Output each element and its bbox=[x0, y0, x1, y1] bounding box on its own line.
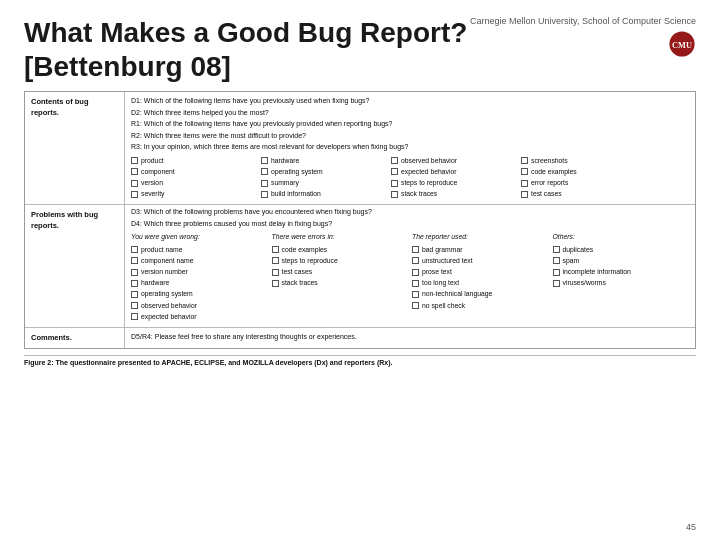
checkbox-col-1: product component version severity bbox=[131, 156, 251, 201]
cb-test-cases: test cases bbox=[521, 189, 641, 199]
cb-product: product bbox=[131, 156, 251, 166]
page-number: 45 bbox=[686, 522, 696, 532]
cb-observed-behavior: observed behavior bbox=[391, 156, 511, 166]
cb-observed-p: observed behavior bbox=[131, 301, 268, 311]
cb-code-examples: code examples bbox=[521, 167, 641, 177]
cb-build-info: build information bbox=[261, 189, 381, 199]
checkbox-icon bbox=[521, 168, 528, 175]
header: What Makes a Good Bug Report? [Bettenbur… bbox=[24, 16, 696, 83]
cb-operating-system: operating system bbox=[261, 167, 381, 177]
problems-grid: You were given wrong: product name compo… bbox=[131, 232, 689, 323]
problems-label: Problems with bug reports. bbox=[25, 205, 125, 327]
cb-severity: severity bbox=[131, 189, 251, 199]
checkbox-icon bbox=[391, 157, 398, 164]
cb-no-spell: no spell check bbox=[412, 301, 549, 311]
checkbox-icon bbox=[412, 302, 419, 309]
cb-incomplete: incomplete information bbox=[553, 267, 690, 277]
checkbox-icon bbox=[131, 157, 138, 164]
cb-too-long: too long text bbox=[412, 278, 549, 288]
given-wrong-header: You were given wrong: bbox=[131, 232, 268, 242]
contents-body: D1: Which of the following items have yo… bbox=[125, 92, 695, 204]
given-wrong-col: You were given wrong: product name compo… bbox=[131, 232, 268, 323]
checkbox-icon bbox=[521, 180, 528, 187]
checkbox-icon bbox=[272, 257, 279, 264]
q-r2: R2: Which three items were the most diff… bbox=[131, 131, 689, 142]
cb-component: component bbox=[131, 167, 251, 177]
cb-version: version bbox=[131, 178, 251, 188]
checkbox-icon bbox=[553, 269, 560, 276]
checkbox-icon bbox=[391, 180, 398, 187]
cb-duplicates: duplicates bbox=[553, 245, 690, 255]
cb-screenshots: screenshots bbox=[521, 156, 641, 166]
checkbox-icon bbox=[553, 246, 560, 253]
slide: What Makes a Good Bug Report? [Bettenbur… bbox=[0, 0, 720, 540]
checkbox-icon bbox=[131, 313, 138, 320]
q-d3: D3: Which of the following problems have… bbox=[131, 207, 689, 218]
q-d4: D4: Which three problems caused you most… bbox=[131, 219, 689, 230]
checkbox-col-2: hardware operating system summary build … bbox=[261, 156, 381, 201]
cb-stack-p: stack traces bbox=[272, 278, 409, 288]
others-col: Others: duplicates spam incomplete infor… bbox=[553, 232, 690, 323]
checkbox-col-3: observed behavior expected behavior step… bbox=[391, 156, 511, 201]
checkbox-icon bbox=[553, 257, 560, 264]
cb-steps-p: steps to reproduce bbox=[272, 256, 409, 266]
checkbox-icon bbox=[412, 280, 419, 287]
cb-stack-traces: stack traces bbox=[391, 189, 511, 199]
checkbox-icon bbox=[261, 157, 268, 164]
problems-row: Problems with bug reports. D3: Which of … bbox=[25, 205, 695, 328]
checkbox-icon bbox=[131, 191, 138, 198]
cb-product-name: product name bbox=[131, 245, 268, 255]
problems-body: D3: Which of the following problems have… bbox=[125, 205, 695, 327]
checkbox-icon bbox=[412, 246, 419, 253]
checkbox-icon bbox=[261, 191, 268, 198]
cb-non-technical: non-technical language bbox=[412, 289, 549, 299]
checkbox-icon bbox=[521, 157, 528, 164]
cb-test-cases-p: test cases bbox=[272, 267, 409, 277]
content-table: Contents of bug reports. D1: Which of th… bbox=[24, 91, 696, 349]
figure-caption: Figure 2: The questionnaire presented to… bbox=[24, 355, 696, 366]
checkbox-icon bbox=[131, 257, 138, 264]
q-d2: D2: Which three items helped you the mos… bbox=[131, 108, 689, 119]
checkbox-icon bbox=[391, 168, 398, 175]
checkbox-col-4: screenshots code examples error reports … bbox=[521, 156, 641, 201]
checkbox-icon bbox=[553, 280, 560, 287]
cb-os-p: operating system bbox=[131, 289, 268, 299]
institution-text: Carnegie Mellon University, School of Co… bbox=[470, 16, 696, 28]
title-line1: What Makes a Good Bug Report? bbox=[24, 17, 467, 48]
others-header: Others: bbox=[553, 232, 690, 242]
contents-row: Contents of bug reports. D1: Which of th… bbox=[25, 92, 695, 205]
cb-expected-p: expected behavior bbox=[131, 312, 268, 322]
cb-version-number: version number bbox=[131, 267, 268, 277]
checkbox-icon bbox=[261, 168, 268, 175]
cb-prose: prose text bbox=[412, 267, 549, 277]
checkbox-icon bbox=[272, 246, 279, 253]
contents-label: Contents of bug reports. bbox=[25, 92, 125, 204]
cb-viruses: viruses/worms bbox=[553, 278, 690, 288]
slide-title: What Makes a Good Bug Report? [Bettenbur… bbox=[24, 16, 470, 83]
cb-steps-to-reproduce: steps to reproduce bbox=[391, 178, 511, 188]
header-logo-area: Carnegie Mellon University, School of Co… bbox=[470, 16, 696, 58]
checkbox-icon bbox=[131, 302, 138, 309]
cb-expected-behavior: expected behavior bbox=[391, 167, 511, 177]
comments-label: Comments. bbox=[25, 328, 125, 349]
checkbox-icon bbox=[131, 280, 138, 287]
q-r3: R3: In your opinion, which three items a… bbox=[131, 142, 689, 153]
comments-text: D5/R4: Please feel free to share any int… bbox=[131, 333, 357, 340]
cmu-logo-icon: CMU bbox=[668, 30, 696, 58]
checkbox-icon bbox=[412, 291, 419, 298]
checkbox-icon bbox=[131, 246, 138, 253]
checkbox-grid: product component version severity hardw… bbox=[131, 156, 689, 201]
checkbox-icon bbox=[131, 180, 138, 187]
comments-body: D5/R4: Please feel free to share any int… bbox=[125, 328, 695, 349]
cb-hardware: hardware bbox=[261, 156, 381, 166]
svg-text:CMU: CMU bbox=[672, 40, 692, 49]
reporter-header: The reporter used: bbox=[412, 232, 549, 242]
cb-component-name: component name bbox=[131, 256, 268, 266]
cb-spam: spam bbox=[553, 256, 690, 266]
checkbox-icon bbox=[131, 269, 138, 276]
q-r1: R1: Which of the following items have yo… bbox=[131, 119, 689, 130]
checkbox-icon bbox=[272, 269, 279, 276]
checkbox-icon bbox=[412, 257, 419, 264]
checkbox-icon bbox=[131, 291, 138, 298]
checkbox-icon bbox=[272, 280, 279, 287]
